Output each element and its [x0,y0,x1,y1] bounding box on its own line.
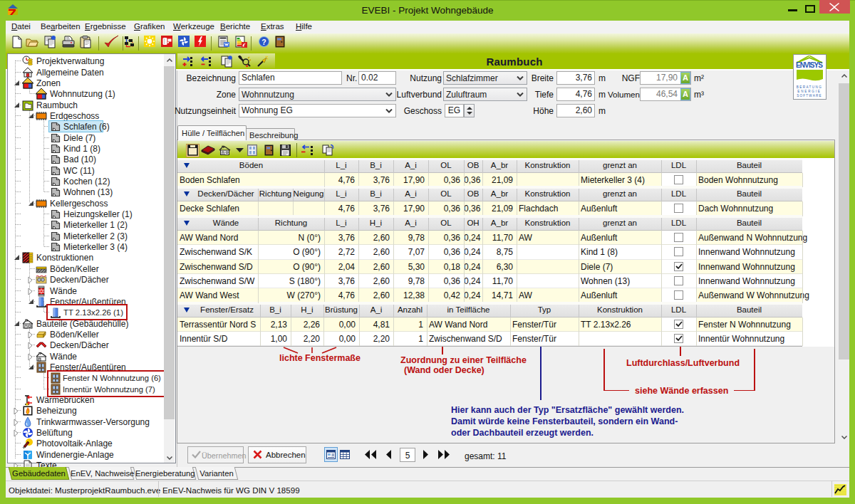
svg-text:ENERGIE: ENERGIE [797,90,821,93]
svg-text:BERATUNG: BERATUNG [797,85,822,89]
svg-text:SOFTWARE: SOFTWARE [797,94,822,98]
svg-text:?: ? [261,38,266,46]
svg-text:ENVISYS: ENVISYS [796,61,823,69]
